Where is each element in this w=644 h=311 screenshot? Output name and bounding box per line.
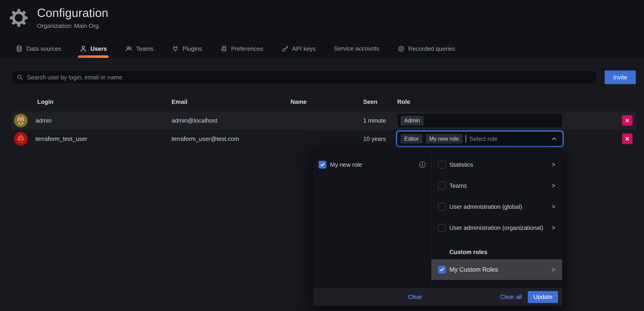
page-title: Configuration xyxy=(37,6,108,20)
role-group-label: User administration (global) xyxy=(450,203,522,210)
column-header-name: Name xyxy=(290,98,363,106)
custom-roles-section-label: Custom roles xyxy=(432,248,562,256)
tab-label: Service accounts xyxy=(334,45,379,52)
role-chip: Editor xyxy=(401,134,422,144)
role-picker-applied-panel: My new role xyxy=(313,149,432,306)
applied-role-row[interactable]: My new role xyxy=(313,157,431,172)
tab-users[interactable]: Users xyxy=(79,44,108,58)
column-header-seen: Seen xyxy=(363,98,397,106)
avatar xyxy=(14,132,28,146)
text-caret xyxy=(466,135,466,143)
page-subtitle: Organization: Main Org. xyxy=(37,22,108,30)
remove-user-button[interactable]: ✕ xyxy=(622,134,632,144)
info-icon[interactable] xyxy=(418,161,426,168)
chevron-right-icon: > xyxy=(552,266,555,273)
user-email: admin@localhost xyxy=(172,117,290,124)
tab-label: Recorded queries xyxy=(408,45,455,52)
user-seen: 10 years xyxy=(363,136,397,142)
role-group-user-admin-org[interactable]: User administration (organizational) > xyxy=(432,220,562,235)
role-group-label: User administration (organizational) xyxy=(450,224,543,232)
table-row: terraform_test_user terraform_user@test.… xyxy=(12,130,636,148)
plug-icon xyxy=(172,45,179,52)
users-table: Login Email Name Seen Role xyxy=(12,98,636,148)
tab-plugins[interactable]: Plugins xyxy=(171,44,203,58)
tab-data-sources[interactable]: Data sources xyxy=(15,44,62,58)
record-icon xyxy=(398,45,405,52)
tab-api-keys[interactable]: API keys xyxy=(280,44,317,58)
column-header-role: Role xyxy=(397,98,564,106)
applied-role-label: My new role xyxy=(330,161,362,168)
role-select-open[interactable]: Editor My new role Select role xyxy=(397,132,562,146)
column-header-email: Email xyxy=(172,98,290,106)
tab-teams[interactable]: Teams xyxy=(124,44,154,58)
chevron-right-icon: > xyxy=(552,224,555,232)
gear-icon xyxy=(9,8,28,28)
role-chip: Admin xyxy=(401,116,424,125)
chevron-right-icon: > xyxy=(552,203,555,210)
search-icon xyxy=(16,74,23,81)
tab-label: Teams xyxy=(136,45,154,52)
role-picker-groups-panel: Statistics > Teams > User administration… xyxy=(432,149,562,306)
table-header-row: Login Email Name Seen Role xyxy=(12,98,636,111)
database-icon xyxy=(16,45,23,52)
chevron-up-icon[interactable] xyxy=(551,136,558,142)
sliders-icon xyxy=(220,45,228,52)
tab-label: Preferences xyxy=(231,45,263,52)
role-select[interactable]: Admin xyxy=(397,114,562,128)
tab-service-accounts[interactable]: Service accounts xyxy=(333,44,380,58)
update-button[interactable]: Update xyxy=(528,291,558,303)
checkbox-checked[interactable] xyxy=(318,161,326,168)
user-login: terraform_test_user xyxy=(36,136,87,142)
close-icon: ✕ xyxy=(625,117,630,124)
tab-label: API keys xyxy=(292,45,316,52)
role-picker-footer: Clear Clear all Update xyxy=(313,288,562,306)
avatar xyxy=(14,114,28,127)
tab-recorded-queries[interactable]: Recorded queries xyxy=(396,44,456,58)
tab-preferences[interactable]: Preferences xyxy=(219,44,264,58)
tab-label: Users xyxy=(90,45,107,52)
checkbox-unchecked[interactable] xyxy=(438,224,446,232)
users-icon xyxy=(125,45,132,52)
tab-label: Data sources xyxy=(26,45,61,52)
tab-bar: Data sources Users Teams xyxy=(0,44,644,58)
user-login: admin xyxy=(36,117,52,124)
checkbox-unchecked[interactable] xyxy=(438,182,446,190)
role-chip: My new role xyxy=(426,134,462,144)
clear-button[interactable]: Clear xyxy=(408,294,422,300)
search-box xyxy=(12,70,596,84)
invite-button[interactable]: Invite xyxy=(605,70,636,84)
role-group-statistics[interactable]: Statistics > xyxy=(432,157,562,172)
key-icon xyxy=(282,45,289,52)
role-group-teams[interactable]: Teams > xyxy=(432,178,562,193)
role-group-label: Teams xyxy=(450,182,467,189)
user-icon xyxy=(80,45,87,52)
role-select-placeholder: Select role xyxy=(469,136,498,142)
table-row: admin admin@localhost 1 minute Admin ✕ xyxy=(12,111,636,130)
role-group-my-custom-roles[interactable]: My Custom Roles > xyxy=(432,259,562,280)
custom-role-label: My Custom Roles xyxy=(450,266,498,273)
checkbox-unchecked[interactable] xyxy=(438,161,446,168)
role-group-user-admin-global[interactable]: User administration (global) > xyxy=(432,200,562,214)
checkbox-checked[interactable] xyxy=(438,266,446,274)
close-icon: ✕ xyxy=(625,136,630,142)
role-group-label: Statistics xyxy=(450,161,473,168)
clear-all-button[interactable]: Clear all xyxy=(500,294,522,300)
page-header: Configuration Organization: Main Org. xyxy=(9,6,108,30)
tab-label: Plugins xyxy=(182,45,202,52)
user-seen: 1 minute xyxy=(363,117,397,124)
column-header-login: Login xyxy=(12,98,172,106)
configuration-page: Configuration Organization: Main Org. Da… xyxy=(0,0,644,311)
checkbox-unchecked[interactable] xyxy=(438,203,446,210)
chevron-right-icon: > xyxy=(552,161,555,168)
search-input[interactable] xyxy=(27,74,592,81)
role-picker-popup: My new role Statistics > xyxy=(313,149,562,306)
content-area: Invite Login Email Name Seen Role xyxy=(0,58,644,311)
user-email: terraform_user@test.com xyxy=(172,136,290,142)
remove-user-button[interactable]: ✕ xyxy=(622,115,632,126)
toolbar: Invite xyxy=(12,70,636,84)
chevron-right-icon: > xyxy=(552,182,555,189)
